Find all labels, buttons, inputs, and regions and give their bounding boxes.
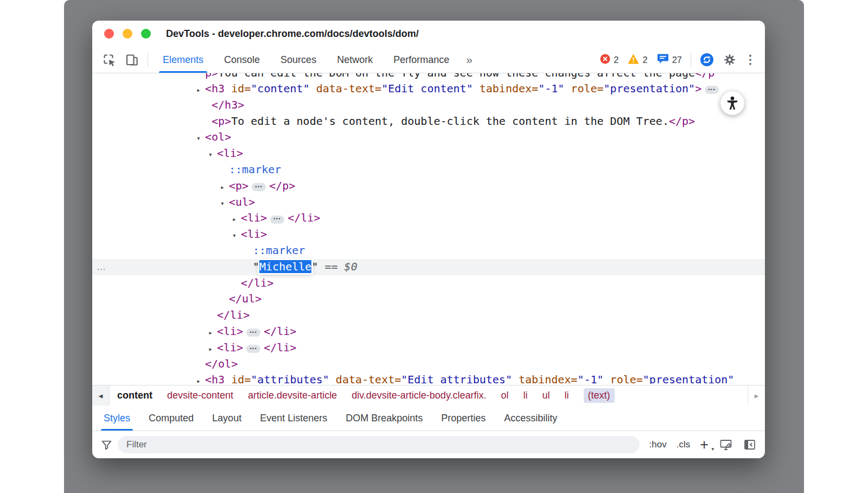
dom-tree-row[interactable]: ▾<ol> [92, 129, 765, 146]
settings-gear-icon[interactable] [718, 47, 741, 73]
breadcrumb-item[interactable]: ol [501, 390, 509, 401]
tab-performance[interactable]: Performance [383, 47, 459, 73]
dom-tree-row[interactable]: ▾<li> [92, 226, 765, 243]
breadcrumb-item[interactable]: article.devsite-article [248, 390, 337, 401]
expand-ellipsis-icon[interactable]: ••• [246, 345, 260, 353]
collapse-arrow-icon[interactable]: ▾ [208, 147, 217, 163]
sync-refresh-icon[interactable] [695, 47, 718, 73]
dom-node-var: $0 [344, 260, 358, 273]
element-classes-button[interactable]: .cls [676, 439, 691, 450]
console-errors-badge[interactable]: 2 [600, 47, 618, 73]
dom-node-val: "Edit content" [381, 82, 473, 95]
expand-arrow-icon[interactable]: ▸ [208, 341, 217, 357]
dom-tree-row[interactable]: </li> [92, 275, 765, 292]
more-tabs-icon[interactable]: » [459, 47, 479, 73]
dom-tree-row[interactable]: ::marker [92, 243, 765, 259]
toggle-element-state-button[interactable]: :hov [649, 439, 667, 450]
styles-filter-bar: :hov .cls + ▾ [92, 431, 765, 458]
zoom-window-button[interactable] [141, 29, 151, 39]
breadcrumb-item[interactable]: ul [542, 390, 550, 401]
dom-tree-row[interactable]: <p>To edit a node's content, double-clic… [92, 113, 765, 130]
dom-node-attr: tabindex= [473, 82, 538, 95]
expand-arrow-icon[interactable]: ▸ [196, 82, 205, 98]
tab-sources[interactable]: Sources [270, 47, 327, 73]
tab-network[interactable]: Network [327, 47, 383, 73]
device-toolbar-icon[interactable] [120, 47, 143, 73]
close-window-button[interactable] [104, 29, 114, 39]
dom-tree-row[interactable]: ▸<p>•••</p> [92, 178, 765, 194]
tab-computed[interactable]: Computed [139, 406, 203, 431]
expand-ellipsis-icon[interactable]: ••• [705, 86, 719, 94]
new-style-rule-icon[interactable]: + ▾ [700, 438, 709, 452]
dom-node-tag: </ul> [229, 292, 261, 305]
console-warnings-badge[interactable]: 2 [628, 47, 647, 73]
dom-tree-row[interactable]: ::marker [92, 162, 765, 178]
expand-arrow-icon[interactable]: ▸ [220, 179, 229, 195]
dom-node-tag: <li> [217, 325, 243, 338]
breadcrumb-item[interactable]: div.devsite-article-body.clearfix. [352, 390, 486, 401]
issues-badge[interactable]: 27 [657, 47, 682, 73]
dom-tree-row[interactable]: </ul> [92, 291, 765, 307]
dom-node-tag: </li> [264, 341, 296, 354]
dom-tree-row[interactable]: ▸<li>•••</li> [92, 324, 765, 340]
breadcrumb-item[interactable]: li [524, 390, 528, 401]
dom-node-tag: <h3 [205, 82, 225, 95]
dom-tree-row[interactable]: ▾<ul> [92, 194, 765, 211]
collapse-arrow-icon[interactable]: ▾ [220, 195, 229, 212]
tab-elements[interactable]: Elements [152, 47, 214, 73]
tab-layout[interactable]: Layout [203, 406, 251, 431]
dom-node-tag: <ul> [229, 195, 255, 208]
dom-node-text: You can edit the DOM on the fly and see … [218, 73, 695, 79]
dom-tree-panel: p>You can edit the DOM on the fly and se… [92, 73, 765, 385]
dom-node-tag: p> [205, 73, 218, 79]
breadcrumb-item[interactable]: devsite-content [167, 390, 233, 401]
dom-node-pseudo: ::marker [253, 244, 305, 257]
tab-properties[interactable]: Properties [432, 406, 495, 431]
dom-node-attr: id= [225, 82, 251, 95]
rendering-emulation-icon[interactable] [719, 439, 732, 451]
dom-tree-row[interactable]: </h3> [92, 97, 765, 113]
dom-tree-row[interactable]: ▸<li>•••</li> [92, 210, 765, 226]
dom-tree-row[interactable]: p>You can edit the DOM on the fly and se… [92, 73, 765, 81]
dom-tree-row[interactable]: ▸<h3 id="content" data-text="Edit conten… [92, 81, 765, 97]
dom-node-tag: </p [695, 73, 714, 79]
dom-tree-row[interactable]: </ol> [92, 356, 765, 372]
tab-accessibility[interactable]: Accessibility [495, 406, 566, 431]
dom-node-tag: <ol> [205, 130, 231, 143]
breadcrumb-scroll-left-icon[interactable]: ◂ [92, 385, 110, 406]
dom-tree-row[interactable]: ▸<h3 id="attributes" data-text="Edit att… [92, 372, 765, 384]
dom-node-val: "attributes" [251, 373, 329, 384]
expand-arrow-icon[interactable]: ▸ [232, 211, 241, 227]
inspect-element-icon[interactable] [98, 47, 120, 73]
collapse-arrow-icon[interactable]: ▾ [196, 130, 205, 147]
styles-filter-input[interactable] [118, 436, 640, 453]
kebab-menu-icon[interactable]: ⋮ [741, 47, 760, 73]
dom-tree-row[interactable]: …"Michelle" == $0 [92, 259, 765, 275]
expand-arrow-icon[interactable]: ▸ [208, 325, 217, 341]
breadcrumb-item[interactable]: li [565, 390, 569, 401]
tab-styles[interactable]: Styles [94, 406, 139, 431]
expand-ellipsis-icon[interactable]: ••• [246, 328, 260, 337]
expand-ellipsis-icon[interactable]: ••• [270, 216, 284, 224]
breadcrumb-item[interactable]: content [117, 390, 152, 401]
breadcrumb: contentdevsite-contentarticle.devsite-ar… [110, 385, 748, 406]
tab-event-listeners[interactable]: Event Listeners [251, 406, 336, 431]
tab-console[interactable]: Console [214, 47, 270, 73]
breadcrumb-item[interactable]: (text) [584, 388, 615, 403]
toolbar-divider [691, 53, 691, 67]
dom-node-tag: </li> [241, 276, 273, 289]
minimize-window-button[interactable] [123, 29, 132, 39]
dom-tree-row[interactable]: ▸<li>•••</li> [92, 340, 765, 356]
collapse-arrow-icon[interactable]: ▾ [232, 227, 241, 244]
issues-message-icon [657, 53, 669, 66]
expand-arrow-icon[interactable]: ▸ [196, 373, 205, 384]
dom-node-tag: <p> [229, 179, 248, 192]
error-count: 2 [614, 55, 618, 65]
breadcrumb-scroll-right-icon[interactable]: ▸ [748, 385, 765, 406]
dom-tree-row[interactable]: ▾<li> [92, 146, 765, 162]
dom-node-attr: role= [604, 373, 643, 384]
tab-dom-breakpoints[interactable]: DOM Breakpoints [336, 406, 432, 431]
toggle-sidebar-icon[interactable] [743, 439, 756, 451]
expand-ellipsis-icon[interactable]: ••• [252, 183, 266, 191]
dom-tree-row[interactable]: </li> [92, 307, 765, 324]
